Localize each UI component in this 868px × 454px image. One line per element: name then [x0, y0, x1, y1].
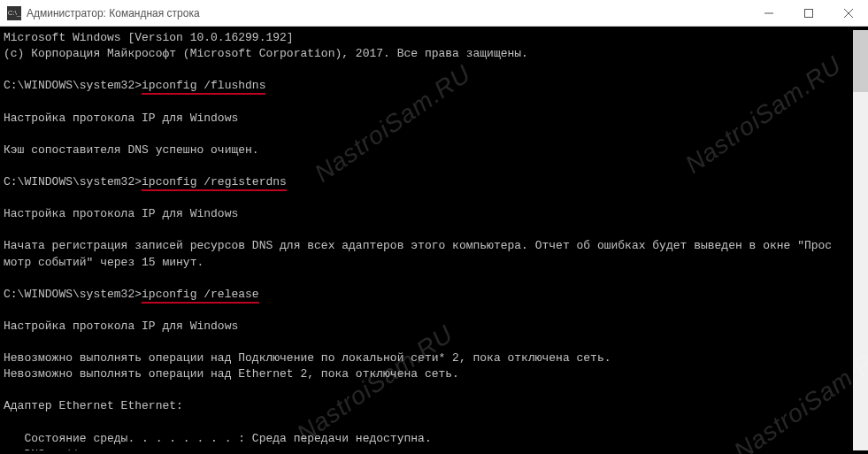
blank-line — [4, 335, 853, 350]
minimize-button[interactable] — [749, 0, 788, 26]
blank-line — [4, 190, 853, 206]
prompt: C:\WINDOWS\system32> — [4, 79, 142, 92]
version-line: Microsoft Windows [Version 10.0.16299.19… — [4, 30, 853, 46]
svg-rect-1 — [804, 9, 812, 17]
terminal-output: Microsoft Windows [Version 10.0.16299.19… — [4, 30, 853, 450]
register-output-line: Начата регистрация записей ресурсов DNS … — [4, 238, 853, 254]
blank-line — [4, 382, 853, 398]
blank-line — [4, 127, 853, 142]
prompt-line: C:\WINDOWS\system32>ipconfig /registerdn… — [4, 174, 853, 190]
window-title: Администратор: Командная строка — [27, 7, 749, 19]
minimize-icon — [764, 9, 773, 18]
prompt: C:\WINDOWS\system32> — [4, 175, 142, 189]
prompt-line: C:\WINDOWS\system32>ipconfig /release — [4, 287, 853, 303]
adapter-header: Адаптер Ethernet Ethernet: — [4, 398, 853, 414]
window-controls — [749, 0, 868, 26]
blank-line — [4, 62, 853, 78]
blank-line — [4, 95, 853, 111]
prompt: C:\WINDOWS\system32> — [4, 288, 142, 301]
close-icon — [844, 9, 853, 18]
command-flushdns: ipconfig /flushdns — [142, 79, 265, 95]
command-release: ipconfig /release — [142, 288, 259, 304]
close-button[interactable] — [828, 0, 868, 26]
maximize-button[interactable] — [788, 0, 828, 26]
terminal-area[interactable]: Microsoft Windows [Version 10.0.16299.19… — [0, 27, 868, 454]
app-icon: C:\_ — [7, 6, 21, 20]
ip-config-header: Настройка протокола IP для Windows — [4, 319, 853, 335]
scrollbar-thumb[interactable] — [853, 30, 868, 92]
ip-config-header: Настройка протокола IP для Windows — [4, 206, 853, 222]
adapter-dns-line: DNS-суффикс подключения . . . . . : — [4, 447, 853, 450]
blank-line — [4, 303, 853, 319]
blank-line — [4, 222, 853, 238]
ip-config-header: Настройка протокола IP для Windows — [4, 111, 853, 127]
command-registerdns: ipconfig /registerdns — [142, 175, 287, 191]
copyright-line: (с) Корпорация Майкрософт (Microsoft Cor… — [4, 46, 853, 62]
blank-line — [4, 271, 853, 287]
register-output-line: мотр событий" через 15 минут. — [4, 255, 853, 271]
release-error-line: Невозможно выполнять операции над Ethern… — [4, 366, 853, 382]
blank-line — [4, 158, 853, 174]
adapter-state-line: Состояние среды. . . . . . . . : Среда п… — [4, 431, 853, 447]
maximize-icon — [804, 9, 813, 18]
prompt-line: C:\WINDOWS\system32>ipconfig /flushdns — [4, 78, 853, 94]
vertical-scrollbar[interactable] — [853, 30, 868, 450]
window-titlebar: C:\_ Администратор: Командная строка — [0, 0, 868, 27]
flush-ok-line: Кэш сопоставителя DNS успешно очищен. — [4, 142, 853, 158]
release-error-line: Невозможно выполнять операции над Подклю… — [4, 350, 853, 366]
blank-line — [4, 415, 853, 431]
